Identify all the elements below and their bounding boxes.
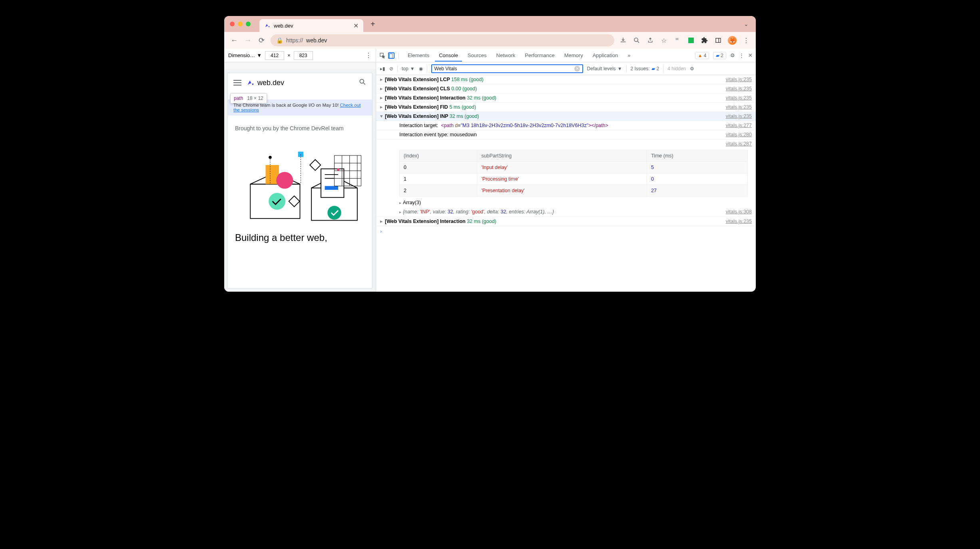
height-input[interactable] xyxy=(294,51,313,60)
flag-icon[interactable] xyxy=(673,36,681,44)
expand-icon[interactable]: ▸ xyxy=(380,75,385,84)
svg-point-0 xyxy=(269,26,270,27)
device-options-button[interactable]: ⋮ xyxy=(365,52,372,59)
log-row[interactable]: ▸[Web Vitals Extension] FID 5 ms (good)v… xyxy=(376,103,756,112)
context-selector[interactable]: top ▼ xyxy=(402,66,415,72)
profile-avatar[interactable]: 🦊 xyxy=(728,36,737,45)
expand-icon[interactable]: ▸ xyxy=(380,103,385,111)
menu-icon[interactable]: ⋮ xyxy=(742,36,750,44)
devtools-menu-icon[interactable]: ⋮ xyxy=(739,52,744,58)
collapse-icon[interactable]: ▾ xyxy=(380,112,385,121)
url-scheme: https:// xyxy=(286,37,303,44)
search-icon[interactable] xyxy=(359,78,367,88)
svg-rect-2 xyxy=(716,38,721,43)
logo-text: web.dev xyxy=(257,79,284,87)
log-row[interactable]: ▸[Web Vitals Extension] Interaction 32 m… xyxy=(376,217,756,226)
device-viewport: web.dev path 18 × 12 The Chrome team is … xyxy=(224,70,376,292)
tab-performance[interactable]: Performance xyxy=(521,50,558,61)
source-link[interactable]: vitals.js:235 xyxy=(726,217,752,226)
lock-icon: 🔒 xyxy=(276,37,283,44)
svg-point-28 xyxy=(337,169,339,171)
browser-tab[interactable]: web.dev ✕ xyxy=(259,19,363,32)
more-tabs-button[interactable]: » xyxy=(623,50,634,61)
share-icon[interactable] xyxy=(646,36,654,44)
issues-link[interactable]: 2 Issues: ▰2 xyxy=(631,66,659,72)
log-row[interactable]: ▸[Web Vitals Extension] Interaction 32 m… xyxy=(376,93,756,103)
warnings-badge[interactable]: ▲4 xyxy=(695,52,709,59)
download-icon[interactable] xyxy=(619,36,627,44)
expand-icon[interactable]: ▸ xyxy=(399,210,401,214)
tab-sources[interactable]: Sources xyxy=(464,50,491,61)
logo-icon xyxy=(246,78,255,87)
live-expression-icon[interactable]: ◉ xyxy=(419,66,423,72)
log-object-row[interactable]: ▸{name: 'INP', value: 32, rating: 'good'… xyxy=(376,207,756,217)
inspect-icon[interactable] xyxy=(379,52,386,59)
site-favicon xyxy=(264,22,271,29)
close-devtools-icon[interactable]: ✕ xyxy=(748,52,753,58)
console-filter-input[interactable]: Web Vitals ✕ xyxy=(431,64,583,73)
source-link[interactable]: vitals.js:235 xyxy=(726,84,752,93)
source-link[interactable]: vitals.js:280 xyxy=(726,130,752,139)
source-link[interactable]: vitals.js:235 xyxy=(726,112,752,121)
svg-point-27 xyxy=(269,156,272,159)
tab-memory[interactable]: Memory xyxy=(560,50,587,61)
bookmark-icon[interactable]: ☆ xyxy=(660,36,668,44)
log-detail-row: Interaction event type: mousedownvitals.… xyxy=(376,130,756,139)
close-window-button[interactable] xyxy=(230,22,235,26)
console-sidebar-toggle[interactable]: ▸▮ xyxy=(380,66,385,72)
ruler xyxy=(224,62,376,70)
source-link[interactable]: vitals.js:277 xyxy=(726,121,752,130)
width-input[interactable] xyxy=(265,51,284,60)
source-link[interactable]: vitals.js:235 xyxy=(726,93,752,102)
sidepanel-icon[interactable] xyxy=(714,36,722,44)
forward-button[interactable]: → xyxy=(243,36,252,45)
expand-icon[interactable]: ▸ xyxy=(380,93,385,102)
messages-badge[interactable]: ▰2 xyxy=(713,52,726,59)
extensions-icon[interactable] xyxy=(701,36,709,44)
log-row[interactable]: ▸[Web Vitals Extension] CLS 0.00 (good)v… xyxy=(376,84,756,93)
address-bar[interactable]: 🔒 https://web.dev xyxy=(271,34,614,46)
tab-application[interactable]: Application xyxy=(589,50,622,61)
tab-network[interactable]: Network xyxy=(492,50,520,61)
device-selector[interactable]: Dimensio… ▼ xyxy=(228,52,262,58)
page-header: web.dev xyxy=(228,73,372,92)
maximize-window-button[interactable] xyxy=(246,22,251,26)
close-tab-button[interactable]: ✕ xyxy=(353,22,359,30)
device-toggle-icon[interactable] xyxy=(388,52,394,59)
minimize-window-button[interactable] xyxy=(238,22,243,26)
back-button[interactable]: ← xyxy=(230,36,239,45)
expand-icon[interactable]: ▸ xyxy=(399,201,401,205)
filter-value: Web Vitals xyxy=(434,66,457,72)
main-area: Dimensio… ▼ × ⋮ web.dev xyxy=(224,49,756,292)
tooltip-tag: path xyxy=(234,95,243,101)
hamburger-icon[interactable] xyxy=(233,80,241,86)
site-logo[interactable]: web.dev xyxy=(246,78,284,87)
extension-square-icon[interactable] xyxy=(687,36,695,44)
console-settings-icon[interactable]: ⚙ xyxy=(690,66,694,72)
devtools-panel: Elements Console Sources Network Perform… xyxy=(376,49,756,292)
console-prompt[interactable]: › xyxy=(376,226,756,237)
log-levels-selector[interactable]: Default levels ▼ xyxy=(587,66,622,72)
source-link[interactable]: vitals.js:235 xyxy=(726,103,752,111)
element-tooltip: path 18 × 12 xyxy=(230,93,267,103)
source-link[interactable]: vitals.js:235 xyxy=(726,75,752,84)
new-tab-button[interactable]: + xyxy=(370,20,375,29)
log-row[interactable]: ▾[Web Vitals Extension] INP 32 ms (good)… xyxy=(376,112,756,121)
log-row[interactable]: ▸[Web Vitals Extension] LCP 158 ms (good… xyxy=(376,75,756,84)
zoom-icon[interactable] xyxy=(633,36,641,44)
reload-button[interactable]: ⟳ xyxy=(257,36,266,45)
clear-filter-icon[interactable]: ✕ xyxy=(574,66,580,72)
traffic-lights xyxy=(230,22,251,26)
tabs-dropdown-button[interactable]: ⌄ xyxy=(742,19,750,29)
tab-elements[interactable]: Elements xyxy=(404,50,433,61)
source-link[interactable]: vitals.js:287 xyxy=(726,141,752,147)
settings-icon[interactable]: ⚙ xyxy=(730,52,735,58)
expand-icon[interactable]: ▸ xyxy=(380,84,385,93)
url-host: web.dev xyxy=(306,37,327,44)
clear-console-button[interactable]: ⊘ xyxy=(389,66,393,72)
source-link[interactable]: vitals.js:308 xyxy=(726,207,752,217)
dimension-times: × xyxy=(287,52,291,58)
expand-icon[interactable]: ▸ xyxy=(380,217,385,226)
svg-point-1 xyxy=(634,38,638,42)
tab-console[interactable]: Console xyxy=(435,50,462,62)
